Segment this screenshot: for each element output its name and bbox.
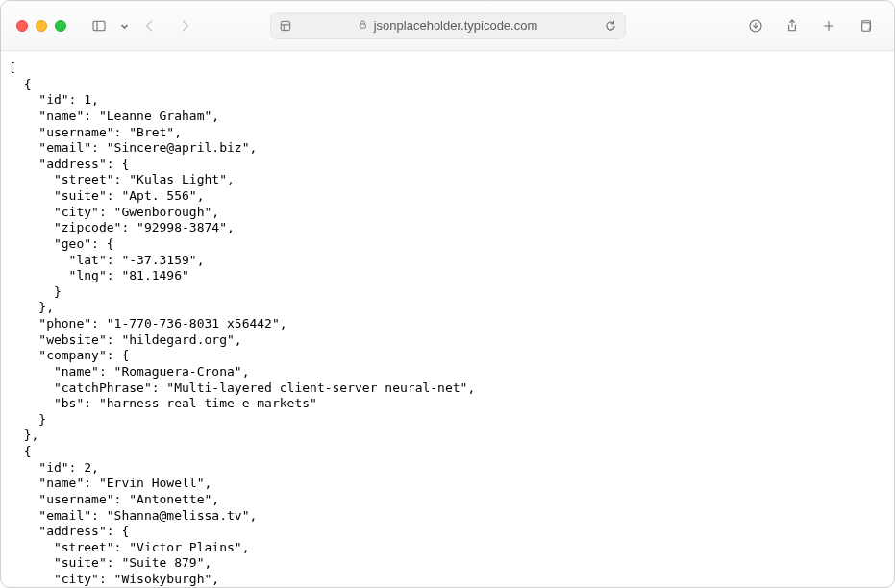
svg-rect-2 (281, 21, 289, 30)
minimize-window-button[interactable] (36, 20, 47, 32)
tab-overview-button[interactable] (852, 12, 879, 39)
tab-group-menu-button[interactable] (120, 17, 129, 35)
address-bar-domain: jsonplaceholder.typicode.com (374, 18, 538, 33)
svg-rect-11 (862, 22, 871, 31)
fullscreen-window-button[interactable] (55, 20, 66, 32)
page-content-json[interactable]: [ { "id": 1, "name": "Leanne Graham", "u… (1, 51, 894, 587)
reload-button[interactable] (604, 19, 617, 33)
browser-window: jsonplaceholder.typicode.com [ { "id": 1… (0, 0, 895, 588)
lock-icon (358, 18, 368, 33)
close-window-button[interactable] (16, 20, 28, 32)
privacy-report-icon[interactable] (279, 19, 292, 33)
window-controls (16, 20, 66, 32)
toolbar: jsonplaceholder.typicode.com (1, 1, 894, 51)
forward-button[interactable] (171, 12, 198, 39)
new-tab-button[interactable] (815, 12, 842, 39)
downloads-button[interactable] (742, 12, 769, 39)
address-bar[interactable]: jsonplaceholder.typicode.com (270, 12, 626, 39)
sidebar-toggle-button[interactable] (86, 12, 112, 39)
svg-rect-0 (93, 21, 105, 30)
svg-rect-5 (360, 24, 365, 28)
back-button[interactable] (137, 12, 163, 39)
share-button[interactable] (779, 12, 806, 39)
toolbar-right (742, 12, 879, 39)
